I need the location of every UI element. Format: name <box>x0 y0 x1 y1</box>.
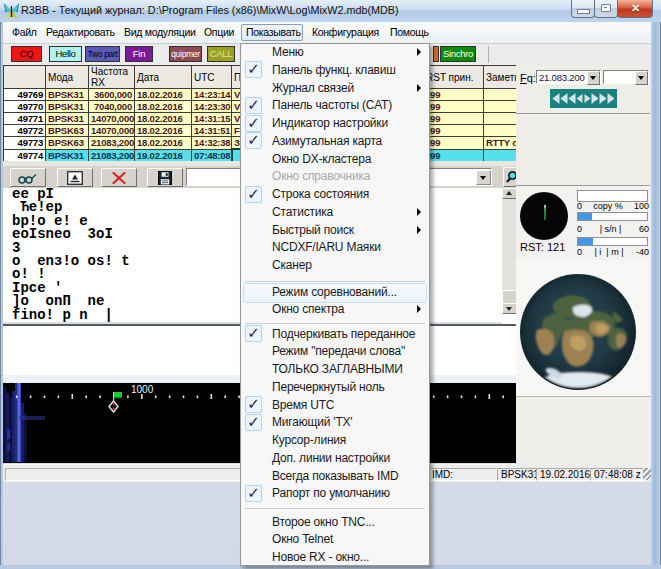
svg-text:1000: 1000 <box>131 384 154 395</box>
